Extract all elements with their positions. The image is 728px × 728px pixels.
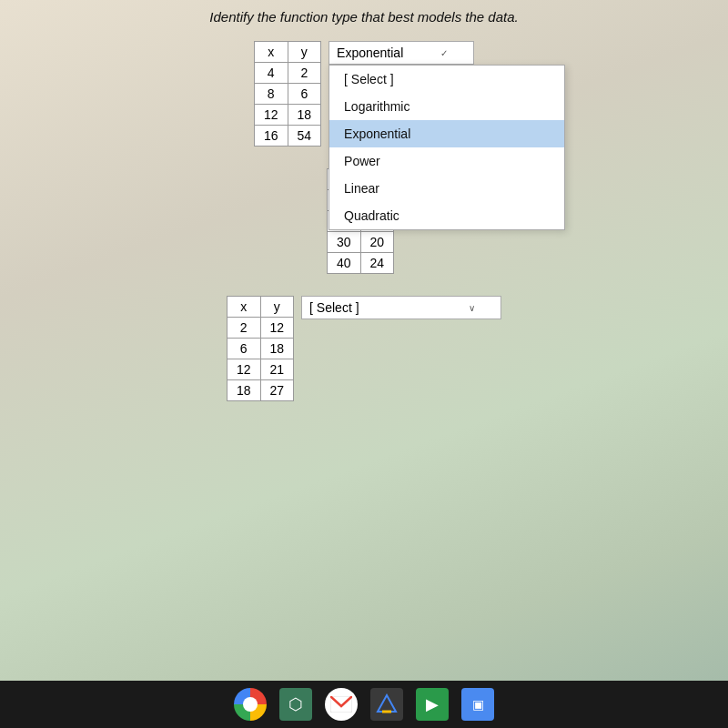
col-header-x-3: x: [227, 297, 260, 318]
table-row: 30 20: [327, 232, 393, 253]
drive-icon[interactable]: [370, 688, 403, 721]
cell: 12: [227, 359, 260, 380]
cell: 6: [227, 339, 260, 359]
cell: 8: [254, 84, 288, 105]
svg-marker-1: [378, 695, 396, 712]
col-header-y-3: y: [260, 297, 294, 318]
table-row: 12 21: [227, 359, 293, 380]
cell: 12: [254, 105, 288, 126]
chevron-down-icon: ∨: [469, 303, 475, 313]
dropdown-1-container: Exponential ✓ [ Select ] Logarithmic Exp…: [329, 41, 474, 65]
chevron-down-icon: ✓: [440, 48, 448, 58]
data-table-3: x y 2 12 6 18 12 21 18 27: [227, 296, 294, 401]
section-1: x y 4 2 8 6 12 18 16 54 Exponentia: [254, 41, 474, 147]
play-store-icon[interactable]: ▶: [416, 688, 449, 721]
dropdown-option-logarithmic[interactable]: Logarithmic: [329, 93, 564, 120]
data-table-1: x y 4 2 8 6 12 18 16 54: [254, 41, 321, 147]
extension-icon[interactable]: ⬡: [279, 688, 312, 721]
cell: 54: [288, 126, 321, 147]
cell: 20: [360, 232, 394, 253]
chrome-icon[interactable]: [234, 688, 267, 721]
dropdown-option-quadratic[interactable]: Quadratic: [329, 202, 564, 229]
cell: 30: [327, 232, 360, 253]
section-3: x y 2 12 6 18 12 21 18 27 [ Select: [227, 296, 501, 401]
cell: 24: [360, 253, 394, 274]
cell: 18: [260, 339, 294, 359]
dropdown-option-select[interactable]: [ Select ]: [329, 66, 564, 93]
dropdown-3-select[interactable]: [ Select ] ∨: [301, 296, 501, 319]
dropdown-option-power[interactable]: Power: [329, 147, 564, 175]
cell: 12: [260, 318, 294, 339]
table-row: 18 27: [227, 380, 293, 401]
meet-icon[interactable]: ▣: [461, 688, 494, 721]
cell: 40: [327, 253, 360, 274]
cell: 18: [288, 105, 321, 126]
taskbar: ⬡ ▶ ▣: [0, 681, 728, 728]
cell: 2: [227, 318, 260, 339]
drive-svg: [376, 693, 398, 715]
dropdown-option-linear[interactable]: Linear: [329, 175, 564, 202]
table-row: 12 18: [254, 105, 320, 126]
cell: 4: [254, 63, 288, 84]
table-row: 8 6: [254, 84, 320, 105]
table-row: 6 18: [227, 339, 293, 359]
dropdown-3-container: [ Select ] ∨: [301, 296, 501, 319]
cell: 16: [254, 126, 288, 147]
gmail-svg: [330, 696, 352, 713]
table-row: 4 2: [254, 63, 320, 84]
page-content: Identify the function type that best mod…: [0, 0, 728, 710]
dropdown-3-selected-label: [ Select ]: [309, 300, 359, 315]
dropdown-1-select[interactable]: Exponential ✓: [329, 41, 474, 65]
instruction-text: Identify the function type that best mod…: [209, 9, 518, 25]
cell: 6: [288, 84, 321, 105]
cell: 2: [288, 63, 321, 84]
cell: 27: [260, 380, 294, 401]
extension-symbol: ⬡: [288, 694, 303, 714]
play-symbol: ▶: [426, 694, 439, 714]
meet-symbol: ▣: [472, 697, 484, 712]
table-row: 40 24: [327, 253, 393, 274]
gmail-icon[interactable]: [325, 688, 358, 721]
cell: 18: [227, 380, 260, 401]
col-header-y-1: y: [288, 42, 321, 63]
dropdown-option-exponential[interactable]: Exponential: [329, 120, 564, 147]
dropdown-1-menu: [ Select ] Logarithmic Exponential Power…: [329, 65, 565, 230]
dropdown-1-selected-label: Exponential: [337, 46, 403, 60]
cell: 21: [260, 359, 294, 380]
table-row: 16 54: [254, 126, 320, 147]
chrome-inner-icon: [243, 697, 258, 712]
col-header-x-1: x: [254, 42, 288, 63]
table-row: 2 12: [227, 318, 293, 339]
svg-marker-2: [378, 695, 396, 712]
